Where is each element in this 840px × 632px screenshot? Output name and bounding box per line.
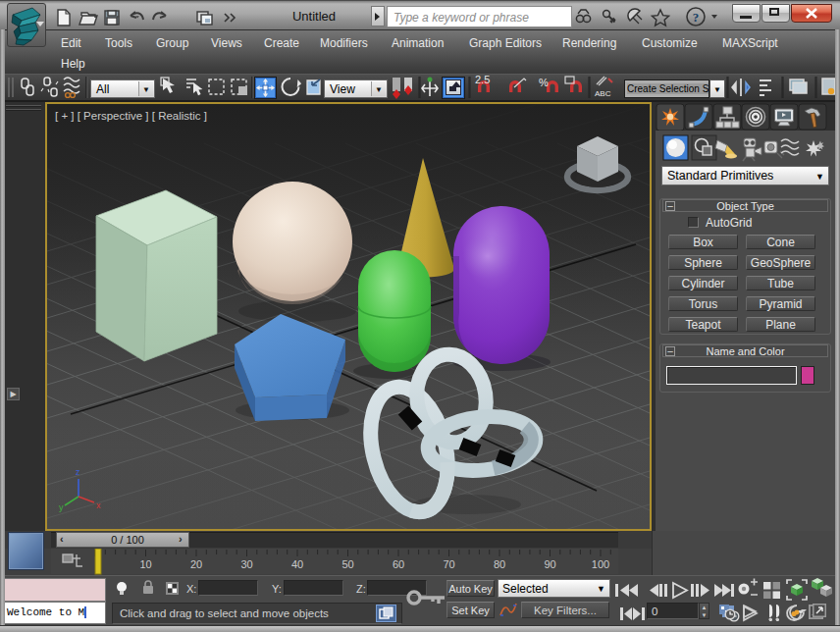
svg-text:10: 10: [139, 558, 151, 570]
svg-text:90: 90: [544, 558, 555, 570]
svg-text:ABC: ABC: [595, 89, 611, 98]
svg-text:70: 70: [443, 558, 454, 570]
svg-text:30: 30: [240, 558, 252, 570]
svg-text:[ + ] [ Perspective ] [ Realis: [ + ] [ Perspective ] [ Realistic ]: [55, 110, 207, 122]
svg-text:y: y: [59, 502, 64, 512]
svg-text:z: z: [76, 467, 80, 477]
svg-text:?: ?: [693, 10, 700, 25]
svg-text:2.5: 2.5: [475, 75, 490, 85]
svg-text:100: 100: [592, 558, 609, 570]
svg-text:x: x: [96, 500, 101, 510]
svg-text:%: %: [539, 77, 549, 88]
svg-text:40: 40: [291, 558, 303, 570]
svg-text:20: 20: [190, 558, 202, 570]
svg-text:60: 60: [393, 558, 404, 570]
svg-text:50: 50: [341, 558, 353, 570]
svg-text:80: 80: [494, 558, 505, 570]
